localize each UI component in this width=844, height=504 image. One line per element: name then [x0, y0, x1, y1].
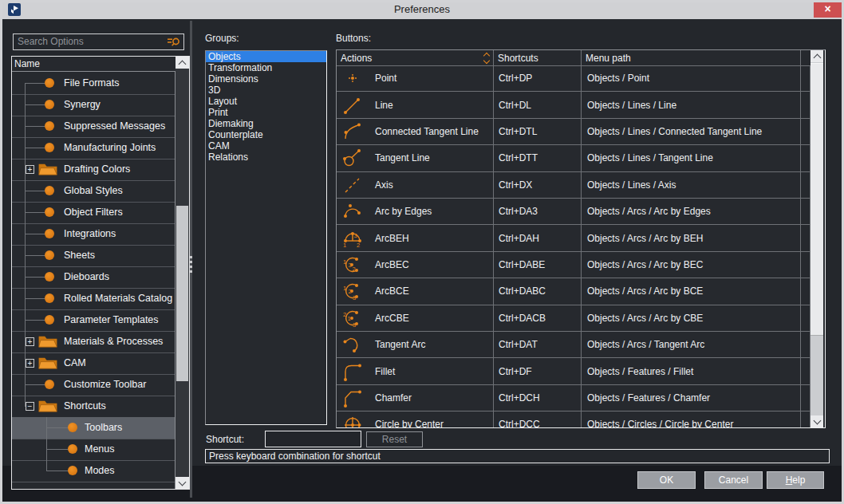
- table-row-arcbeh[interactable]: 123ArcBEHCtrl+DAHObjects / Arcs / Arc by…: [337, 225, 810, 251]
- group-item-counterplate[interactable]: Counterplate: [206, 129, 326, 140]
- expand-toggle-icon[interactable]: +: [26, 337, 34, 346]
- tree-item-modes[interactable]: Modes: [12, 460, 176, 482]
- search-input[interactable]: Search Options: [13, 33, 184, 50]
- table-row-arcbec[interactable]: 132ArcBECCtrl+DABEObjects / Arcs / Arc b…: [337, 252, 810, 278]
- tree-item-sheets[interactable]: Sheets: [12, 245, 176, 267]
- bullet-icon: [45, 250, 54, 260]
- tree-item-label: Materials & Processes: [64, 331, 163, 352]
- svg-text:1: 1: [348, 315, 351, 322]
- table-row-arccbe[interactable]: 213ArcCBECtrl+DACBObjects / Arcs / Arc b…: [337, 305, 810, 332]
- action-label: ArcCBE: [375, 313, 409, 324]
- tree-item-label: Customize Toolbar: [64, 374, 146, 396]
- group-item-dimensions[interactable]: Dimensions: [206, 73, 326, 85]
- group-item-print[interactable]: Print: [206, 107, 326, 118]
- filler-cell: [801, 252, 810, 278]
- tree-item-rolled-materials-catalog[interactable]: Rolled Materials Catalog: [12, 288, 176, 310]
- filler-cell: [801, 199, 810, 224]
- table-scrollbar[interactable]: [810, 50, 823, 427]
- action-cell: Tangent Line: [337, 145, 494, 171]
- column-header-actions[interactable]: Actions: [337, 50, 494, 65]
- action-label: Fillet: [375, 366, 395, 377]
- tree-item-manufacturing-joints[interactable]: Manufacturing Joints: [12, 137, 176, 159]
- tree-item-label: Manufacturing Joints: [64, 137, 156, 159]
- tangent-line-icon: [342, 148, 363, 168]
- group-item-layout[interactable]: Layout: [206, 96, 326, 107]
- column-header-menu-path[interactable]: Menu path: [582, 50, 801, 65]
- shortcut-cell: Ctrl+DAH: [494, 225, 582, 250]
- table-row-axis[interactable]: AxisCtrl+DXObjects / Lines / Axis: [337, 172, 810, 199]
- search-placeholder: Search Options: [18, 34, 84, 49]
- filler-cell: [801, 92, 810, 117]
- shortcut-cell: Ctrl+DA3: [494, 199, 582, 224]
- table-row-chamfer[interactable]: ChamferCtrl+DCHObjects / Features / Cham…: [337, 385, 810, 411]
- tree-item-object-filters[interactable]: Object Filters: [12, 202, 176, 224]
- table-row-tangent-arc[interactable]: Tangent ArcCtrl+DATObjects / Arcs / Tang…: [337, 332, 810, 358]
- table-row-arcbce[interactable]: 123ArcBCECtrl+DABCObjects / Arcs / Arc b…: [337, 278, 810, 305]
- panel-splitter[interactable]: [190, 21, 192, 498]
- group-item-objects[interactable]: Objects: [206, 51, 326, 62]
- actions-header-label: Actions: [341, 51, 372, 65]
- collapse-toggle-icon[interactable]: −: [26, 402, 34, 411]
- table-scrollbar-thumb[interactable]: [810, 63, 823, 336]
- expand-toggle-icon[interactable]: +: [26, 165, 34, 174]
- shortcut-cell: Ctrl+DX: [494, 172, 582, 198]
- table-row-connected-tangent-line[interactable]: Connected Tangent LineCtrl+DTLObjects / …: [337, 119, 810, 145]
- filler-cell: [801, 145, 810, 171]
- tree-item-label: Integrations: [64, 223, 116, 245]
- table-row-point[interactable]: PointCtrl+DPObjects / Point: [337, 65, 810, 92]
- action-cell: 213ArcCBE: [337, 305, 494, 331]
- tree-item-parameter-templates[interactable]: Parameter Templates: [12, 309, 176, 332]
- scroll-up-icon[interactable]: [810, 50, 823, 62]
- titlebar[interactable]: Preferences ×: [0, 0, 844, 19]
- table-row-line[interactable]: LineCtrl+DLObjects / Lines / Line: [337, 92, 810, 118]
- tree-item-label: Rolled Materials Catalog: [64, 288, 172, 309]
- column-header-shortcuts[interactable]: Shortcuts: [494, 50, 582, 65]
- tree-scrollbar[interactable]: [175, 57, 189, 489]
- tree-column-header[interactable]: Name: [12, 57, 176, 72]
- ok-button[interactable]: OK: [637, 471, 696, 489]
- line-icon: [342, 95, 363, 116]
- tree-item-cam[interactable]: + CAM: [12, 352, 176, 375]
- table-row-fillet[interactable]: FilletCtrl+DFObjects / Features / Fillet: [337, 358, 810, 384]
- filler-cell: [801, 385, 810, 411]
- shortcut-cell: Ctrl+DTL: [494, 119, 582, 144]
- help-button[interactable]: Help: [767, 471, 824, 489]
- scroll-up-icon[interactable]: [176, 57, 189, 69]
- table-row-tangent-line[interactable]: Tangent LineCtrl+DTTObjects / Lines / Ta…: [337, 145, 810, 171]
- group-item-3d[interactable]: 3D: [206, 85, 326, 96]
- tree-item-dieboards[interactable]: Dieboards: [12, 266, 176, 289]
- tree-item-integrations[interactable]: Integrations: [12, 223, 176, 246]
- connected-tangent-line-icon: [342, 121, 363, 142]
- table-row-arc-by-edges[interactable]: Arc by EdgesCtrl+DA3Objects / Arcs / Arc…: [337, 199, 810, 225]
- action-cell: 132ArcBEC: [337, 252, 494, 278]
- group-item-diemaking[interactable]: Diemaking: [206, 118, 326, 129]
- group-item-cam[interactable]: CAM: [206, 140, 326, 152]
- tree-scrollbar-thumb[interactable]: [176, 206, 188, 381]
- tree-item-suppressed-messages[interactable]: Suppressed Messages: [12, 116, 176, 138]
- table-row-circle-by-center[interactable]: Circle by CenterCtrl+DCCObjects / Circle…: [337, 411, 810, 428]
- reset-button[interactable]: Reset: [366, 431, 423, 447]
- group-item-transformation[interactable]: Transformation: [206, 62, 326, 73]
- tree-item-global-styles[interactable]: Global Styles: [12, 180, 176, 203]
- tree-item-file-formats[interactable]: File Formats: [12, 73, 176, 95]
- tree-item-toolbars[interactable]: Toolbars: [12, 417, 176, 439]
- shortcut-cell: Ctrl+DF: [494, 358, 582, 384]
- tree-item-materials-processes[interactable]: + Materials & Processes: [12, 331, 176, 353]
- scroll-down-icon[interactable]: [810, 415, 823, 427]
- filler-cell: [801, 65, 810, 91]
- tree-item-customize-toolbar[interactable]: Customize Toolbar: [12, 374, 176, 396]
- table-body: PointCtrl+DPObjects / PointLineCtrl+DLOb…: [337, 50, 810, 426]
- tree-item-drafting-colors[interactable]: + Drafting Colors: [12, 159, 176, 181]
- tree-item-synergy[interactable]: Synergy: [12, 94, 176, 116]
- close-icon[interactable]: ×: [814, 2, 842, 18]
- tree-rows: File FormatsSynergySuppressed MessagesMa…: [12, 57, 176, 489]
- scroll-down-icon[interactable]: [176, 477, 189, 489]
- group-item-relations[interactable]: Relations: [206, 152, 326, 163]
- tree-item-menus[interactable]: Menus: [12, 439, 176, 461]
- shortcut-input[interactable]: [265, 431, 361, 447]
- expand-toggle-icon[interactable]: +: [26, 359, 34, 368]
- tree-item-label: Parameter Templates: [64, 309, 159, 331]
- cancel-button[interactable]: Cancel: [704, 471, 763, 489]
- tree-item-shortcuts[interactable]: − Shortcuts: [12, 396, 176, 418]
- tree-item-label: Menus: [85, 439, 115, 460]
